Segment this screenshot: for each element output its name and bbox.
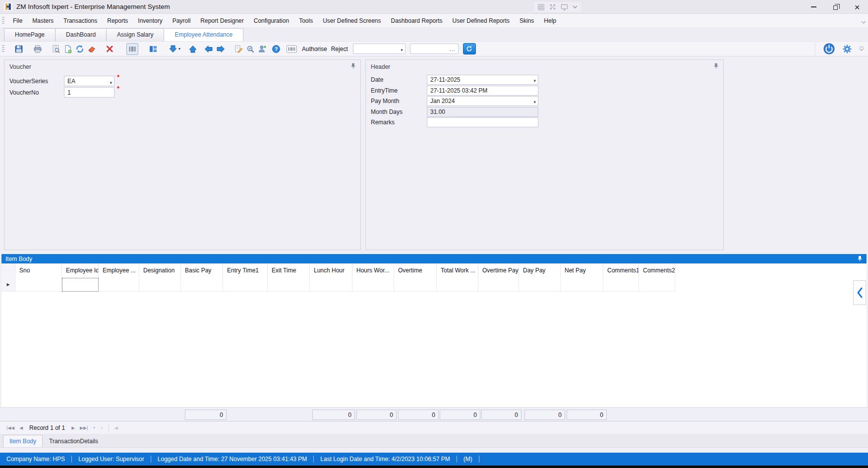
document-tab[interactable]: Employee Attendance: [164, 28, 243, 41]
collapse-panel-handle[interactable]: [853, 280, 866, 305]
erase-button[interactable]: [86, 43, 98, 55]
column-header-day-pay[interactable]: Day Pay: [519, 263, 561, 278]
menu-item[interactable]: File: [8, 15, 27, 27]
document-tab[interactable]: HomePage: [4, 28, 56, 41]
navigator-button[interactable]: +: [90, 425, 98, 430]
menu-item[interactable]: Help: [539, 15, 561, 27]
grid-cell[interactable]: [139, 278, 181, 292]
close-button[interactable]: [846, 0, 868, 14]
menu-item[interactable]: Reports: [102, 15, 133, 27]
chevron-down-icon[interactable]: [533, 98, 536, 105]
chevron-down-icon[interactable]: [401, 46, 403, 53]
navigator-button[interactable]: ▶▶|: [77, 425, 90, 430]
print-preview-button[interactable]: [50, 43, 62, 55]
move-up-button[interactable]: [187, 43, 199, 55]
column-layout-button[interactable]: [147, 43, 159, 55]
column-header-employee-id[interactable]: Employee Id: [62, 263, 99, 278]
menu-item[interactable]: Configuration: [249, 15, 294, 27]
restore-button[interactable]: [824, 0, 846, 14]
grid-cell[interactable]: [352, 278, 394, 292]
grid-cell[interactable]: [310, 278, 352, 292]
column-header-designation[interactable]: Designation: [139, 263, 181, 278]
grid-cell[interactable]: [15, 278, 62, 292]
document-tab[interactable]: Assign Salary: [106, 28, 164, 41]
menu-item[interactable]: Inventory: [133, 15, 167, 27]
new-document-button[interactable]: [62, 43, 74, 55]
column-header-exit-time[interactable]: Exit Time: [268, 263, 310, 278]
barcode-toggle-button[interactable]: [126, 43, 138, 55]
reload-button[interactable]: [463, 43, 476, 54]
menu-item[interactable]: Dashboard Reports: [386, 15, 448, 27]
field-input[interactable]: 27-11-2025 03:42 PM: [427, 86, 538, 96]
detail-tab[interactable]: Item Body: [3, 435, 43, 447]
pin-button[interactable]: [857, 256, 863, 262]
resize-arrows-icon[interactable]: [549, 3, 556, 10]
column-header-sno[interactable]: Sno: [15, 263, 62, 278]
toolbar-drag-grip[interactable]: [2, 45, 4, 53]
chevron-down-icon[interactable]: [573, 5, 578, 8]
grid-cell[interactable]: [99, 278, 139, 292]
browse-button[interactable]: ...: [448, 45, 457, 52]
column-header-overtime-pay[interactable]: Overtime Pay: [478, 263, 519, 278]
navigator-button[interactable]: |◀◀: [4, 425, 17, 430]
pin-button[interactable]: [713, 63, 719, 70]
column-header-basic-pay[interactable]: Basic Pay: [181, 263, 223, 278]
row-indicator-header[interactable]: [1, 263, 15, 278]
chevron-down-icon[interactable]: [110, 79, 112, 86]
grid-cell[interactable]: [223, 278, 268, 292]
grid-cell[interactable]: [478, 278, 519, 292]
grid-cell[interactable]: [268, 278, 310, 292]
move-down-button[interactable]: [166, 43, 183, 55]
column-header-net-pay[interactable]: Net Pay: [561, 263, 603, 278]
authorise-button[interactable]: Authorise: [301, 46, 328, 52]
column-header-comments2[interactable]: Comments2: [639, 263, 675, 278]
drag-grip[interactable]: [2, 17, 4, 25]
column-header-hours-wor[interactable]: Hours Wor...: [352, 263, 394, 278]
search-settings-button[interactable]: [244, 43, 256, 55]
field-input[interactable]: 27-11-2025: [427, 75, 538, 85]
column-header-lunch-hour[interactable]: Lunch Hour: [310, 263, 352, 278]
refresh-button[interactable]: [74, 43, 86, 55]
reference-textbox[interactable]: ...: [410, 44, 459, 54]
minimize-button[interactable]: [803, 0, 824, 14]
status-combobox[interactable]: [353, 44, 405, 54]
grid-data-row[interactable]: [1, 278, 675, 292]
power-button[interactable]: [822, 43, 835, 55]
settings-button[interactable]: [841, 43, 853, 55]
column-header-employee[interactable]: Employee ...: [99, 263, 139, 278]
menu-item[interactable]: Report Designer: [195, 15, 248, 27]
column-header-comments1[interactable]: Comments1: [603, 263, 639, 278]
grid-cell[interactable]: [561, 278, 603, 292]
navigator-extra-button[interactable]: ◀: [112, 425, 120, 430]
grid-cell[interactable]: [437, 278, 478, 292]
help-button[interactable]: ?: [270, 43, 282, 55]
toolbar-overflow-icon[interactable]: [859, 46, 864, 52]
detail-tab[interactable]: TransactionDetails: [43, 435, 105, 447]
voucher-series-combobox[interactable]: EA: [64, 76, 115, 86]
menu-item[interactable]: User Defined Reports: [448, 15, 515, 27]
field-input[interactable]: [427, 117, 538, 127]
print-button[interactable]: [32, 43, 44, 55]
voucher-no-input[interactable]: 1: [64, 87, 115, 98]
grid-cell[interactable]: [394, 278, 437, 292]
delete-button[interactable]: [104, 43, 116, 55]
navigator-button[interactable]: ▶: [69, 425, 77, 430]
save-button[interactable]: [13, 43, 25, 55]
menu-item[interactable]: Transactions: [58, 15, 102, 27]
menu-item[interactable]: Tools: [294, 15, 318, 27]
chevron-down-icon[interactable]: [533, 77, 536, 84]
grid-cell[interactable]: [603, 278, 639, 292]
grid-cell-focused[interactable]: [62, 278, 99, 292]
menu-item[interactable]: User Defined Screens: [318, 15, 386, 27]
navigator-button[interactable]: ◀: [17, 425, 25, 430]
field-input[interactable]: 31.00: [427, 107, 538, 117]
move-left-button[interactable]: [203, 43, 215, 55]
monitor-icon[interactable]: [561, 3, 568, 11]
barcode-entry-button[interactable]: [285, 43, 298, 55]
pin-button[interactable]: [350, 63, 356, 70]
column-header-overtime[interactable]: Overtime: [394, 263, 437, 278]
grid-cell[interactable]: [181, 278, 223, 292]
table-view-icon[interactable]: [537, 3, 545, 11]
edit-note-button[interactable]: [232, 43, 244, 55]
field-input[interactable]: Jan 2024: [427, 96, 538, 106]
